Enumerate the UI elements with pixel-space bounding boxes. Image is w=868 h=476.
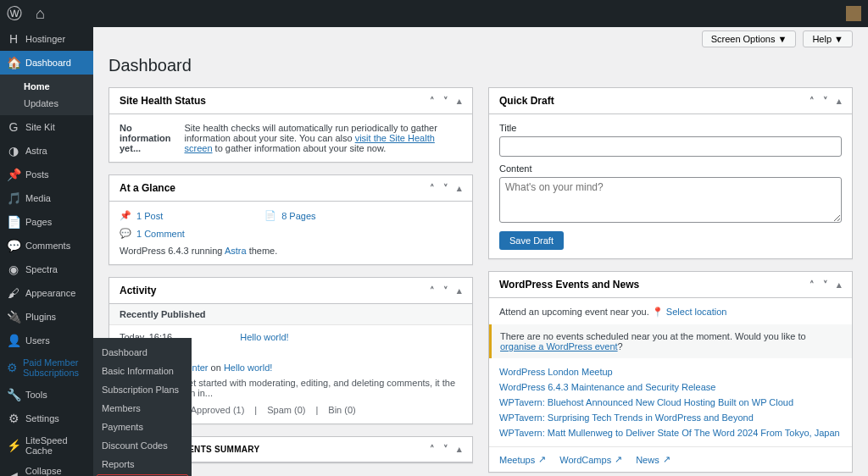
save-draft-button[interactable]: Save Draft	[499, 231, 564, 250]
wp-version: WordPress 6.4.3 running Astra theme.	[120, 246, 462, 256]
down-icon[interactable]: ˅	[823, 96, 828, 107]
screen-options-button[interactable]: Screen Options ▼	[702, 30, 797, 47]
flyout-discount-codes[interactable]: Discount Codes	[93, 436, 192, 455]
external-icon: ↗	[538, 454, 546, 465]
draft-title-input[interactable]	[499, 136, 842, 157]
news-item[interactable]: WPTavern: Bluehost Announced New Cloud H…	[499, 397, 842, 407]
news-item[interactable]: WordPress 6.4.3 Maintenance and Security…	[499, 382, 842, 392]
theme-link[interactable]: Astra	[225, 246, 247, 256]
health-description: Site health checks will automatically ru…	[184, 123, 462, 153]
up-icon[interactable]: ˄	[810, 96, 815, 107]
sidebar-collapse[interactable]: ◀Collapse menu	[0, 461, 93, 476]
meetups-link[interactable]: Meetups↗	[499, 454, 546, 465]
news-link[interactable]: News↗	[636, 454, 670, 465]
events-prompt: Attend an upcoming event near you. 📍 Sel…	[499, 307, 842, 318]
sidebar-item-users[interactable]: 👤Users	[0, 329, 93, 352]
mod-bin[interactable]: Bin (0)	[328, 405, 355, 415]
flyout-reports[interactable]: Reports	[93, 455, 192, 473]
events-news-box: WordPress Events and News ˄˅▴ Attend an …	[488, 271, 853, 473]
location-icon: 📍	[652, 307, 664, 317]
toggle-icon[interactable]: ▴	[837, 280, 842, 291]
toggle-icon[interactable]: ▴	[457, 285, 462, 296]
main-content: Screen Options ▼ Help ▼ Dashboard Site H…	[93, 27, 868, 476]
up-icon[interactable]: ˄	[810, 280, 815, 291]
draft-content-textarea[interactable]	[499, 177, 842, 223]
submenu-home[interactable]: Home	[0, 78, 93, 95]
wrench-icon: 🔧	[7, 388, 20, 401]
help-button[interactable]: Help ▼	[803, 30, 853, 47]
events-title: WordPress Events and News	[499, 279, 639, 291]
select-location-link[interactable]: Select location	[666, 307, 727, 317]
up-icon[interactable]: ˄	[430, 444, 435, 455]
sidebar-item-settings[interactable]: ⚙Settings	[0, 407, 93, 430]
sidebar-item-spectra[interactable]: ◉Spectra	[0, 257, 93, 281]
comment-icon: 💬	[7, 239, 20, 252]
sidebar-item-posts[interactable]: 📌Posts	[0, 163, 93, 186]
flyout-members[interactable]: Members	[93, 399, 192, 418]
down-icon[interactable]: ˅	[443, 96, 448, 107]
recently-published-header: Recently Published	[109, 304, 472, 325]
flyout-basic-info[interactable]: Basic Information	[93, 362, 192, 380]
quick-draft-box: Quick Draft ˄˅▴ Title Content Save Draft	[488, 87, 853, 259]
up-icon[interactable]: ˄	[430, 96, 435, 107]
sidebar-item-media[interactable]: 🎵Media	[0, 186, 93, 210]
pages-icon: 📄	[264, 210, 276, 221]
at-a-glance-box: At a Glance ˄˅▴ 📌1 Post 📄8 Pages 💬1 Comm…	[108, 174, 473, 265]
mod-approved[interactable]: Approved (1)	[191, 405, 245, 415]
toggle-icon[interactable]: ▴	[457, 183, 462, 194]
admin-toolbar: ⓦ ⌂	[0, 0, 868, 27]
pages-link[interactable]: 8 Pages	[281, 211, 315, 221]
sidebar-item-sitekit[interactable]: GSite Kit	[0, 115, 93, 139]
plugin-icon: 🔌	[7, 310, 20, 324]
up-icon[interactable]: ˄	[430, 183, 435, 194]
spectra-icon: ◉	[7, 263, 20, 276]
flyout-dashboard[interactable]: Dashboard	[93, 343, 192, 362]
wordpress-logo-icon[interactable]: ⓦ	[7, 3, 22, 24]
sidebar-item-litespeed[interactable]: ⚡LiteSpeed Cache	[0, 430, 93, 461]
collapse-icon: ◀	[7, 469, 20, 476]
health-status: No information yet...	[120, 123, 170, 153]
dashboard-icon: 🏠	[7, 56, 20, 69]
toggle-icon[interactable]: ▴	[837, 96, 842, 107]
toggle-icon[interactable]: ▴	[457, 96, 462, 107]
quick-draft-title: Quick Draft	[499, 95, 554, 107]
sidebar-item-astra[interactable]: ◑Astra	[0, 139, 93, 163]
comment-icon: 💬	[120, 228, 131, 239]
down-icon[interactable]: ˅	[823, 280, 828, 291]
media-icon: 🎵	[7, 191, 20, 205]
sidebar-item-hostinger[interactable]: HHostinger	[0, 27, 93, 51]
flyout-subscription-plans[interactable]: Subscription Plans	[93, 380, 192, 399]
comments-link[interactable]: 1 Comment	[136, 229, 185, 239]
flyout-payments[interactable]: Payments	[93, 418, 192, 436]
sidebar-item-dashboard[interactable]: 🏠Dashboard	[0, 51, 93, 75]
home-icon[interactable]: ⌂	[36, 5, 45, 23]
page-title: Dashboard	[108, 56, 853, 75]
sidebar-item-pms[interactable]: ⚙Paid Member Subscriptions	[0, 352, 93, 383]
sidebar-item-comments[interactable]: 💬Comments	[0, 234, 93, 257]
comment-post-link[interactable]: Hello world!	[224, 363, 272, 373]
pin-icon: 📌	[120, 210, 131, 221]
down-icon[interactable]: ˅	[443, 444, 448, 455]
sidebar-item-pages[interactable]: 📄Pages	[0, 210, 93, 234]
organise-event-link[interactable]: organise a WordPress event	[500, 341, 618, 351]
news-item[interactable]: WPTavern: Surprising Tech Trends in Word…	[499, 412, 842, 423]
wordcamps-link[interactable]: WordCamps↗	[559, 454, 622, 465]
sidebar-item-appearance[interactable]: 🖌Appearance	[0, 281, 93, 305]
activity-post-link[interactable]: Hello world!	[240, 332, 288, 342]
news-item[interactable]: WPTavern: Matt Mullenweg to Deliver Stat…	[499, 428, 842, 438]
sidebar-item-plugins[interactable]: 🔌Plugins	[0, 305, 93, 329]
down-icon[interactable]: ˅	[443, 183, 448, 194]
avatar[interactable]	[846, 6, 861, 21]
lightning-icon: ⚡	[7, 439, 20, 452]
news-item[interactable]: WordPress London Meetup	[499, 367, 842, 377]
submenu-updates[interactable]: Updates	[0, 95, 93, 112]
sidebar-item-tools[interactable]: 🔧Tools	[0, 383, 93, 407]
posts-link[interactable]: 1 Post	[136, 211, 163, 221]
up-icon[interactable]: ˄	[430, 285, 435, 296]
down-icon[interactable]: ˅	[443, 285, 448, 296]
sitekit-icon: G	[7, 120, 20, 134]
user-icon: 👤	[7, 334, 20, 347]
mod-spam[interactable]: Spam (0)	[267, 405, 305, 415]
toggle-icon[interactable]: ▴	[457, 444, 462, 455]
site-health-box: Site Health Status ˄˅▴ No information ye…	[108, 87, 473, 163]
